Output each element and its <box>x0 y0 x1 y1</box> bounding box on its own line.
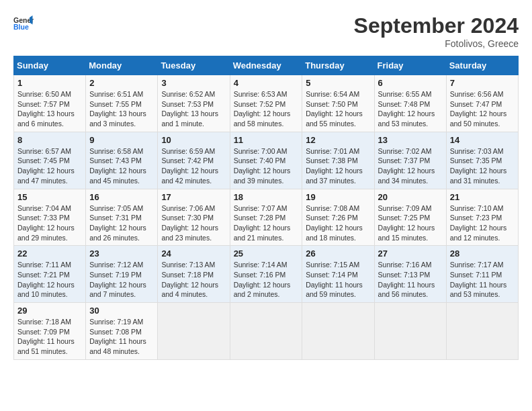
day-number: 29 <box>17 306 82 316</box>
day-info: Sunrise: 6:56 AM Sunset: 7:47 PM Dayligh… <box>450 89 515 129</box>
day-info: Sunrise: 6:51 AM Sunset: 7:55 PM Dayligh… <box>89 89 154 129</box>
day-number: 6 <box>378 78 443 88</box>
calendar-cell: 13 Sunrise: 7:02 AM Sunset: 7:37 PM Dayl… <box>374 132 446 189</box>
day-info: Sunrise: 7:14 AM Sunset: 7:16 PM Dayligh… <box>234 260 299 300</box>
month-title: September 2024 <box>354 13 519 38</box>
day-number: 19 <box>306 192 370 202</box>
day-number: 30 <box>89 306 154 316</box>
calendar-cell: 20 Sunrise: 7:09 AM Sunset: 7:25 PM Dayl… <box>374 189 446 246</box>
calendar-table: Sunday Monday Tuesday Wednesday Thursday… <box>13 56 519 360</box>
day-info: Sunrise: 7:15 AM Sunset: 7:14 PM Dayligh… <box>306 260 370 300</box>
header-friday: Friday <box>374 56 446 75</box>
calendar-cell: 19 Sunrise: 7:08 AM Sunset: 7:26 PM Dayl… <box>302 189 374 246</box>
calendar-cell: 15 Sunrise: 7:04 AM Sunset: 7:33 PM Dayl… <box>14 189 86 246</box>
calendar-cell <box>230 303 302 360</box>
day-info: Sunrise: 7:19 AM Sunset: 7:08 PM Dayligh… <box>89 317 154 357</box>
weekday-header-row: Sunday Monday Tuesday Wednesday Thursday… <box>14 56 519 75</box>
calendar-cell: 25 Sunrise: 7:14 AM Sunset: 7:16 PM Dayl… <box>230 246 302 303</box>
day-number: 14 <box>450 135 515 145</box>
day-info: Sunrise: 7:18 AM Sunset: 7:09 PM Dayligh… <box>17 317 82 357</box>
calendar-cell: 3 Sunrise: 6:52 AM Sunset: 7:53 PM Dayli… <box>158 75 230 132</box>
day-number: 16 <box>89 192 154 202</box>
day-number: 18 <box>234 192 299 202</box>
day-number: 26 <box>306 248 370 259</box>
day-number: 20 <box>378 192 443 202</box>
day-number: 2 <box>89 78 154 88</box>
location: Fotolivos, Greece <box>354 38 519 49</box>
calendar-cell: 12 Sunrise: 7:01 AM Sunset: 7:38 PM Dayl… <box>302 132 374 189</box>
calendar-cell: 29 Sunrise: 7:18 AM Sunset: 7:09 PM Dayl… <box>14 303 86 360</box>
day-info: Sunrise: 7:04 AM Sunset: 7:33 PM Dayligh… <box>17 203 82 243</box>
calendar-row: 15 Sunrise: 7:04 AM Sunset: 7:33 PM Dayl… <box>14 189 519 246</box>
day-info: Sunrise: 7:05 AM Sunset: 7:31 PM Dayligh… <box>89 203 154 243</box>
day-info: Sunrise: 6:58 AM Sunset: 7:43 PM Dayligh… <box>89 146 154 186</box>
day-info: Sunrise: 6:54 AM Sunset: 7:50 PM Dayligh… <box>306 89 370 129</box>
calendar-row: 22 Sunrise: 7:11 AM Sunset: 7:21 PM Dayl… <box>14 246 519 303</box>
calendar-cell: 18 Sunrise: 7:07 AM Sunset: 7:28 PM Dayl… <box>230 189 302 246</box>
day-info: Sunrise: 7:01 AM Sunset: 7:38 PM Dayligh… <box>306 146 370 186</box>
day-number: 13 <box>378 135 443 145</box>
logo-icon: General Blue <box>13 13 34 34</box>
day-number: 24 <box>161 248 226 259</box>
title-area: September 2024 Fotolivos, Greece <box>354 13 519 49</box>
header-saturday: Saturday <box>446 56 518 75</box>
day-info: Sunrise: 7:07 AM Sunset: 7:28 PM Dayligh… <box>234 203 299 243</box>
day-info: Sunrise: 7:10 AM Sunset: 7:23 PM Dayligh… <box>450 203 515 243</box>
day-number: 9 <box>89 135 154 145</box>
calendar-cell: 9 Sunrise: 6:58 AM Sunset: 7:43 PM Dayli… <box>86 132 158 189</box>
day-number: 5 <box>306 78 370 88</box>
day-info: Sunrise: 7:08 AM Sunset: 7:26 PM Dayligh… <box>306 203 370 243</box>
day-info: Sunrise: 7:09 AM Sunset: 7:25 PM Dayligh… <box>378 203 443 243</box>
day-info: Sunrise: 7:02 AM Sunset: 7:37 PM Dayligh… <box>378 146 443 186</box>
day-info: Sunrise: 7:16 AM Sunset: 7:13 PM Dayligh… <box>378 260 443 300</box>
day-info: Sunrise: 7:03 AM Sunset: 7:35 PM Dayligh… <box>450 146 515 186</box>
day-info: Sunrise: 6:53 AM Sunset: 7:52 PM Dayligh… <box>234 89 299 129</box>
day-info: Sunrise: 6:50 AM Sunset: 7:57 PM Dayligh… <box>17 89 82 129</box>
day-number: 21 <box>450 192 515 202</box>
calendar-cell <box>158 303 230 360</box>
calendar-cell <box>446 303 518 360</box>
day-number: 4 <box>234 78 299 88</box>
day-number: 28 <box>450 248 515 259</box>
day-number: 17 <box>161 192 226 202</box>
day-number: 7 <box>450 78 515 88</box>
day-number: 11 <box>234 135 299 145</box>
header-monday: Monday <box>86 56 158 75</box>
day-number: 27 <box>378 248 443 259</box>
day-info: Sunrise: 6:57 AM Sunset: 7:45 PM Dayligh… <box>17 146 82 186</box>
day-info: Sunrise: 7:12 AM Sunset: 7:19 PM Dayligh… <box>89 260 154 300</box>
day-info: Sunrise: 7:17 AM Sunset: 7:11 PM Dayligh… <box>450 260 515 300</box>
calendar-cell: 30 Sunrise: 7:19 AM Sunset: 7:08 PM Dayl… <box>86 303 158 360</box>
svg-text:Blue: Blue <box>13 23 29 31</box>
day-info: Sunrise: 7:00 AM Sunset: 7:40 PM Dayligh… <box>234 146 299 186</box>
day-number: 8 <box>17 135 82 145</box>
calendar-row: 29 Sunrise: 7:18 AM Sunset: 7:09 PM Dayl… <box>14 303 519 360</box>
calendar-cell <box>374 303 446 360</box>
calendar-cell: 26 Sunrise: 7:15 AM Sunset: 7:14 PM Dayl… <box>302 246 374 303</box>
day-number: 12 <box>306 135 370 145</box>
calendar-cell: 5 Sunrise: 6:54 AM Sunset: 7:50 PM Dayli… <box>302 75 374 132</box>
day-number: 15 <box>17 192 82 202</box>
day-number: 1 <box>17 78 82 88</box>
day-info: Sunrise: 6:59 AM Sunset: 7:42 PM Dayligh… <box>161 146 226 186</box>
calendar-row: 1 Sunrise: 6:50 AM Sunset: 7:57 PM Dayli… <box>14 75 519 132</box>
day-number: 3 <box>161 78 226 88</box>
day-number: 25 <box>234 248 299 259</box>
calendar-cell: 14 Sunrise: 7:03 AM Sunset: 7:35 PM Dayl… <box>446 132 518 189</box>
day-info: Sunrise: 6:52 AM Sunset: 7:53 PM Dayligh… <box>161 89 226 129</box>
calendar-cell: 7 Sunrise: 6:56 AM Sunset: 7:47 PM Dayli… <box>446 75 518 132</box>
calendar-cell: 2 Sunrise: 6:51 AM Sunset: 7:55 PM Dayli… <box>86 75 158 132</box>
calendar-cell: 16 Sunrise: 7:05 AM Sunset: 7:31 PM Dayl… <box>86 189 158 246</box>
calendar-cell: 10 Sunrise: 6:59 AM Sunset: 7:42 PM Dayl… <box>158 132 230 189</box>
header-sunday: Sunday <box>14 56 86 75</box>
calendar-cell: 21 Sunrise: 7:10 AM Sunset: 7:23 PM Dayl… <box>446 189 518 246</box>
calendar-cell: 4 Sunrise: 6:53 AM Sunset: 7:52 PM Dayli… <box>230 75 302 132</box>
day-number: 22 <box>17 248 82 259</box>
header-thursday: Thursday <box>302 56 374 75</box>
calendar-cell: 24 Sunrise: 7:13 AM Sunset: 7:18 PM Dayl… <box>158 246 230 303</box>
calendar-cell: 17 Sunrise: 7:06 AM Sunset: 7:30 PM Dayl… <box>158 189 230 246</box>
calendar-cell: 6 Sunrise: 6:55 AM Sunset: 7:48 PM Dayli… <box>374 75 446 132</box>
day-info: Sunrise: 7:06 AM Sunset: 7:30 PM Dayligh… <box>161 203 226 243</box>
day-number: 23 <box>89 248 154 259</box>
day-info: Sunrise: 7:13 AM Sunset: 7:18 PM Dayligh… <box>161 260 226 300</box>
